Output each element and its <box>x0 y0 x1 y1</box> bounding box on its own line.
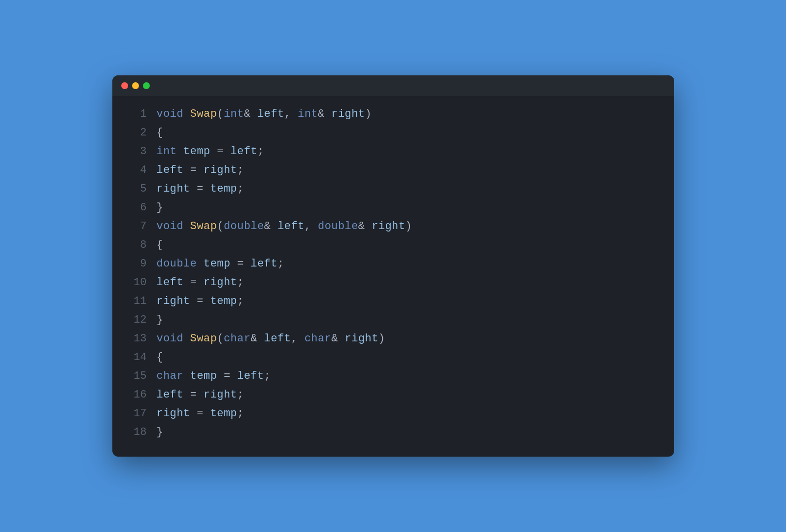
code-line: 3 int temp = left; <box>112 145 674 164</box>
close-button[interactable] <box>121 82 128 89</box>
code-token: ( <box>217 332 224 345</box>
code-token: left <box>157 276 184 289</box>
code-token: left <box>251 258 278 270</box>
code-token: left <box>237 370 264 382</box>
code-token: temp <box>204 258 231 270</box>
line-content: void Swap(char& left, char& right) <box>157 332 385 345</box>
code-token: double <box>224 220 264 233</box>
code-token: temp <box>210 295 238 307</box>
line-number: 11 <box>127 295 147 307</box>
code-token: & <box>251 332 264 345</box>
code-token: = <box>217 370 237 382</box>
line-content: { <box>157 239 164 251</box>
code-line: 13void Swap(char& left, char& right) <box>112 332 674 351</box>
line-number: 8 <box>127 239 147 251</box>
code-token: ) <box>365 108 372 120</box>
code-token: ; <box>237 295 244 307</box>
titlebar <box>112 75 674 96</box>
code-token: ) <box>405 220 412 233</box>
line-content: right = temp; <box>157 407 244 420</box>
code-token: & <box>244 108 257 120</box>
code-token: right <box>372 220 405 233</box>
line-number: 10 <box>127 276 147 289</box>
code-line: 4 left = right; <box>112 164 674 183</box>
line-number: 15 <box>127 370 147 382</box>
code-line: 14{ <box>112 351 674 370</box>
code-token: left <box>157 164 184 176</box>
code-token: Swap <box>190 332 217 345</box>
line-content: double temp = left; <box>157 258 284 270</box>
code-window: 1void Swap(int& left, int& right)2{3 int… <box>112 75 674 457</box>
line-content: right = temp; <box>157 183 244 195</box>
line-number: 17 <box>127 407 147 420</box>
code-line: 2{ <box>112 127 674 145</box>
code-token: & <box>358 220 372 233</box>
code-token: = <box>183 276 204 289</box>
line-content: } <box>157 426 164 438</box>
maximize-button[interactable] <box>143 82 150 89</box>
code-token: = <box>183 389 204 401</box>
code-line: 7void Swap(double& left, double& right) <box>112 220 674 239</box>
code-token: char <box>224 332 251 345</box>
code-token: ; <box>237 183 244 195</box>
code-token: ( <box>217 108 224 120</box>
code-token: , <box>305 220 318 233</box>
code-token: { <box>157 351 164 364</box>
line-content: left = right; <box>157 389 244 401</box>
code-token: ; <box>237 164 244 176</box>
code-token: } <box>157 314 164 326</box>
code-token: double <box>318 220 358 233</box>
code-token: int <box>298 108 318 120</box>
line-content: void Swap(double& left, double& right) <box>157 220 412 233</box>
code-token: left <box>157 389 184 401</box>
code-token: } <box>157 426 164 438</box>
line-number: 13 <box>127 332 147 345</box>
code-token: = <box>183 164 204 176</box>
code-token: temp <box>210 183 238 195</box>
code-token: = <box>190 407 210 420</box>
line-content: { <box>157 127 164 139</box>
code-token <box>197 258 204 270</box>
code-line: 18} <box>112 426 674 445</box>
line-content: right = temp; <box>157 295 244 307</box>
code-token: void <box>157 332 184 345</box>
code-token: right <box>204 389 237 401</box>
code-token: void <box>157 108 184 120</box>
code-token: right <box>157 183 190 195</box>
code-token: ; <box>237 389 244 401</box>
line-content: left = right; <box>157 164 244 176</box>
code-token: = <box>190 183 210 195</box>
code-line: 9 double temp = left; <box>112 258 674 276</box>
code-token: temp <box>183 145 210 158</box>
line-number: 6 <box>127 201 147 214</box>
code-line: 5 right = temp; <box>112 183 674 201</box>
code-token: ( <box>217 220 224 233</box>
line-content: } <box>157 201 164 214</box>
code-token: Swap <box>190 108 217 120</box>
line-number: 12 <box>127 314 147 326</box>
code-token: left <box>277 220 305 233</box>
code-token: , <box>291 332 304 345</box>
line-number: 1 <box>127 108 147 120</box>
code-line: 15 char temp = left; <box>112 370 674 389</box>
code-token: Swap <box>190 220 217 233</box>
code-line: 11 right = temp; <box>112 295 674 314</box>
code-token: } <box>157 201 164 214</box>
code-line: 6} <box>112 201 674 220</box>
code-token: = <box>190 295 210 307</box>
code-token: int <box>157 145 177 158</box>
minimize-button[interactable] <box>132 82 139 89</box>
code-token: right <box>345 332 378 345</box>
line-number: 5 <box>127 183 147 195</box>
code-token: int <box>224 108 244 120</box>
line-content: } <box>157 314 164 326</box>
code-line: 17 right = temp; <box>112 407 674 426</box>
code-token: char <box>157 370 184 382</box>
code-token: left <box>231 145 258 158</box>
code-token <box>183 370 190 382</box>
code-token: = <box>231 258 251 270</box>
line-number: 4 <box>127 164 147 176</box>
line-number: 18 <box>127 426 147 438</box>
code-token: ; <box>257 145 264 158</box>
line-content: { <box>157 351 164 364</box>
